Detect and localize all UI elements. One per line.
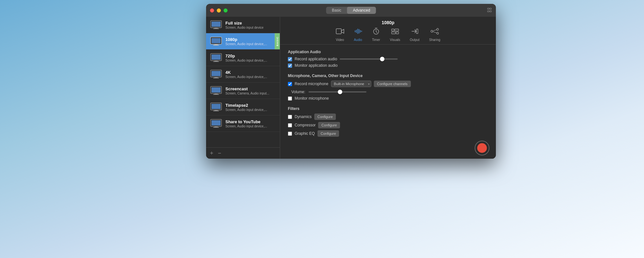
tab-label-visuals: Visuals bbox=[390, 38, 400, 42]
sidebar-text-share-youtube: Share to YouTube Screen, Audio input dev… bbox=[225, 119, 267, 128]
monitor-icon-screencast bbox=[210, 86, 222, 95]
monitor-app-audio-row: Monitor application audio bbox=[288, 63, 488, 68]
svg-rect-0 bbox=[488, 8, 489, 9]
basic-mode-button[interactable]: Basic bbox=[326, 7, 347, 14]
tab-visuals[interactable]: Visuals bbox=[390, 28, 400, 42]
monitor-icon-4k bbox=[210, 69, 222, 79]
svg-rect-3 bbox=[490, 11, 491, 12]
graphic-eq-checkbox[interactable] bbox=[288, 132, 292, 136]
output-icon bbox=[411, 28, 419, 37]
sidebar-item-share-youtube[interactable]: Share to YouTube Screen, Audio input dev… bbox=[206, 115, 280, 132]
tab-label-sharing: Sharing bbox=[429, 38, 440, 42]
compressor-checkbox[interactable] bbox=[288, 123, 292, 127]
minimize-button[interactable] bbox=[217, 8, 221, 13]
svg-point-40 bbox=[437, 28, 439, 30]
app-audio-volume-slider[interactable] bbox=[340, 58, 398, 60]
sidebar-title-timelapse2: Timelapse2 bbox=[225, 103, 267, 108]
panel-title: 1080p bbox=[382, 20, 394, 25]
tab-label-timer: Timer bbox=[372, 38, 380, 42]
svg-rect-30 bbox=[214, 126, 218, 127]
sidebar-title-screencast: Screencast bbox=[225, 86, 269, 91]
sidebar-item-4k[interactable]: 4K Screen, Audio input device,... bbox=[206, 66, 280, 83]
volume-label: Volume: bbox=[289, 90, 305, 94]
monitor-icon-1080p bbox=[210, 36, 222, 46]
svg-rect-9 bbox=[212, 38, 221, 43]
fullscreen-icon[interactable] bbox=[487, 7, 492, 14]
monitor-microphone-checkbox[interactable] bbox=[288, 96, 292, 101]
maximize-button[interactable] bbox=[223, 8, 228, 13]
dynamics-configure-button[interactable]: Configure bbox=[314, 114, 336, 120]
monitor-app-audio-label: Monitor application audio bbox=[295, 63, 337, 68]
titlebar: Basic Advanced bbox=[206, 4, 496, 17]
tab-video[interactable]: Video bbox=[336, 28, 344, 42]
tab-sharing[interactable]: Sharing bbox=[429, 28, 440, 42]
sidebar-sub-720p: Screen, Audio input device,... bbox=[225, 59, 267, 62]
basic-badge: BASIC bbox=[275, 33, 280, 49]
svg-rect-17 bbox=[212, 71, 221, 76]
sidebar-item-full-size[interactable]: Full size Screen, Audio input device bbox=[206, 17, 280, 33]
record-app-audio-label: Record application audio bbox=[295, 57, 337, 61]
graphic-eq-label: Graphic EQ bbox=[295, 131, 315, 136]
microphone-section-title: Microphone, Camera, Other Input Device bbox=[288, 74, 488, 78]
svg-rect-5 bbox=[212, 22, 221, 27]
svg-rect-35 bbox=[395, 29, 399, 31]
record-app-audio-checkbox[interactable] bbox=[288, 57, 292, 61]
sidebar-sub-share-youtube: Screen, Audio input device,... bbox=[225, 124, 267, 128]
record-button[interactable] bbox=[475, 141, 489, 155]
dynamics-checkbox[interactable] bbox=[288, 115, 292, 119]
tab-audio[interactable]: Audio bbox=[354, 28, 362, 42]
remove-preset-button[interactable]: − bbox=[218, 150, 222, 156]
monitor-icon-share-youtube bbox=[210, 119, 222, 128]
monitor-icon-full-size bbox=[210, 20, 222, 30]
tab-bar: Video Audio bbox=[280, 28, 496, 45]
svg-point-41 bbox=[437, 32, 439, 34]
timer-icon bbox=[372, 28, 380, 37]
sidebar-item-timelapse2[interactable]: Timelapse2 Screen, Audio input device,..… bbox=[206, 99, 280, 115]
sidebar-text-720p: 720p Screen, Audio input device,... bbox=[225, 54, 267, 62]
tab-label-video: Video bbox=[336, 38, 344, 42]
graphic-eq-configure-button[interactable]: Configure bbox=[317, 130, 339, 137]
microphone-volume-slider[interactable] bbox=[308, 91, 366, 93]
monitor-icon-timelapse2 bbox=[210, 102, 222, 112]
sidebar-sub-screencast: Screen, Camera, Audio input... bbox=[225, 92, 269, 95]
close-button[interactable] bbox=[210, 8, 214, 13]
record-microphone-label: Record microphone bbox=[295, 82, 328, 86]
tab-label-audio: Audio bbox=[354, 38, 362, 42]
record-button-container bbox=[280, 137, 496, 159]
configure-channels-button[interactable]: Configure channels bbox=[374, 81, 411, 87]
sidebar-text-screencast: Screencast Screen, Camera, Audio input..… bbox=[225, 86, 269, 95]
microphone-select[interactable]: Built-in Microphone bbox=[331, 81, 371, 87]
svg-rect-1 bbox=[490, 8, 491, 9]
sidebar-item-1080p[interactable]: 1080p Screen, Audio input device,... BAS… bbox=[206, 33, 280, 50]
tab-timer[interactable]: Timer bbox=[372, 28, 380, 42]
application-audio-title: Application Audio bbox=[288, 50, 488, 54]
svg-rect-7 bbox=[213, 28, 219, 29]
sidebar-item-720p[interactable]: 720p Screen, Audio input device,... bbox=[206, 50, 280, 66]
monitor-icon-720p bbox=[210, 53, 222, 63]
svg-rect-29 bbox=[212, 120, 221, 125]
add-preset-button[interactable]: + bbox=[210, 150, 213, 156]
svg-rect-36 bbox=[392, 32, 395, 34]
microphone-section: Microphone, Camera, Other Input Device R… bbox=[288, 74, 488, 101]
right-panel: 1080p Video bbox=[280, 17, 496, 159]
record-app-audio-row: Record application audio bbox=[288, 57, 488, 61]
svg-rect-22 bbox=[214, 94, 218, 94]
record-microphone-checkbox[interactable] bbox=[288, 82, 292, 86]
volume-row: Volume: bbox=[288, 90, 488, 94]
traffic-lights bbox=[210, 8, 228, 13]
compressor-configure-button[interactable]: Configure bbox=[318, 122, 340, 128]
filters-title: Filters bbox=[288, 106, 488, 111]
sidebar-text-timelapse2: Timelapse2 Screen, Audio input device,..… bbox=[225, 103, 267, 112]
sidebar-item-screencast[interactable]: Screencast Screen, Camera, Audio input..… bbox=[206, 83, 280, 99]
sidebar: Full size Screen, Audio input device 108… bbox=[206, 17, 280, 159]
sidebar-title-720p: 720p bbox=[225, 54, 267, 58]
svg-rect-21 bbox=[212, 87, 221, 93]
graphic-eq-filter-row: Graphic EQ Configure bbox=[288, 130, 488, 137]
tab-output[interactable]: Output bbox=[410, 28, 420, 42]
app-window: Basic Advanced bbox=[206, 4, 496, 159]
monitor-microphone-row: Monitor microphone bbox=[288, 96, 488, 101]
advanced-mode-button[interactable]: Advanced bbox=[347, 7, 376, 14]
sidebar-sub-full-size: Screen, Audio input device bbox=[225, 26, 263, 29]
window-content: Full size Screen, Audio input device 108… bbox=[206, 17, 496, 159]
monitor-app-audio-checkbox[interactable] bbox=[288, 64, 292, 68]
